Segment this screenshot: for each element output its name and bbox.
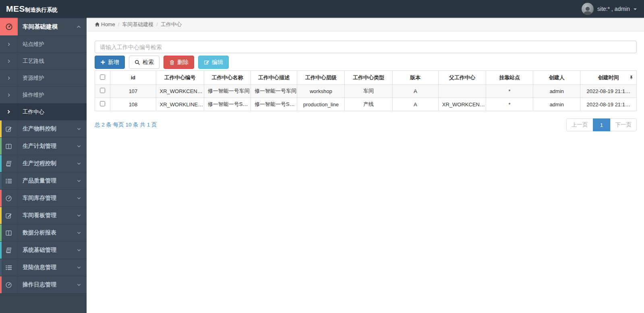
cell-parent [438,85,486,98]
sidebar-item-label: 产品质量管理 [23,177,56,184]
prev-page-button[interactable]: 上一页 [566,118,593,131]
sidebar-item-label: 生产过程控制 [23,160,56,167]
column-header-created[interactable]: 创建时间 [580,71,637,85]
list-icon [0,172,18,189]
row-select-cell [95,98,110,111]
sidebar-item-work-center[interactable]: 工作中心 [0,104,87,120]
accent-strip [0,224,2,241]
cell-desc: 修一智能一号S… [251,98,297,111]
sidebar-item-workshop-modeling[interactable]: 车间基础建模 [0,18,87,36]
edit-icon [204,60,209,65]
sidebar-item-label: 生产物料控制 [23,125,56,133]
breadcrumb-level1[interactable]: 车间基础建模 [122,21,153,28]
book-icon [0,242,18,259]
column-header-parent[interactable]: 父工作中心 [438,71,486,85]
accent-strip [0,138,2,155]
breadcrumb: Home / 车间基础建模 / 工作中心 [87,18,644,31]
logo-sub: 制造执行系统 [25,6,58,14]
column-header-version[interactable]: 版本 [392,71,438,85]
cell-station: * [486,85,533,98]
chevron-right-icon [0,53,18,69]
chevron-right-icon [0,70,18,86]
sidebar: 车间基础建模 站点维护 工艺路线 资源维护 操作维护 工作中心 [0,18,87,313]
sidebar-item-quality-management[interactable]: 产品质量管理 [0,172,87,190]
sidebar-item-analytics-reports[interactable]: 数据分析报表 [0,224,87,242]
content-area: 新增 检索 删除 编辑 [87,31,644,131]
sidebar-item-label: 系统基础管理 [23,247,56,254]
chevron-down-icon [77,126,81,131]
pagination: 上一页 1 下一页 [566,118,637,131]
sidebar-item-station-maintenance[interactable]: 站点维护 [0,36,87,53]
breadcrumb-home-link[interactable]: Home [95,21,115,27]
pin-icon[interactable] [629,75,634,81]
column-header-code[interactable]: 工作中心编号 [156,71,204,85]
sidebar-item-system-management[interactable]: 系统基础管理 [0,242,87,259]
cell-creator: admin [533,85,580,98]
edit-button[interactable]: 编辑 [198,56,229,69]
table-header-row: id 工作中心编号 工作中心名称 工作中心描述 工作中心层级 工作中心类型 版本… [95,71,637,85]
chevron-down-icon [77,161,81,166]
cell-desc: 修一智能一号车间 [251,85,297,98]
sidebar-item-inventory-management[interactable]: 车间库存管理 [0,190,87,207]
add-button[interactable]: 新增 [95,56,125,69]
column-header-type[interactable]: 工作中心类型 [345,71,392,85]
select-all-checkbox[interactable] [100,75,105,80]
cell-id: 108 [110,98,156,111]
select-all-cell [95,71,110,85]
sidebar-item-process-control[interactable]: 生产过程控制 [0,155,87,172]
trash-icon [169,60,175,65]
chevron-down-icon [77,144,81,149]
sidebar-item-label: 工艺路线 [23,58,44,65]
sidebar-item-board-management[interactable]: 车间看板管理 [0,207,87,224]
cell-creator: admin [533,98,580,111]
page-1-button[interactable]: 1 [593,118,611,131]
chevron-down-icon [77,265,81,270]
sidebar-item-operation-log-management[interactable]: 操作日志管理 [0,276,87,294]
column-header-desc[interactable]: 工作中心描述 [251,71,297,85]
sidebar-item-label: 操作日志管理 [23,281,56,288]
chevron-right-icon [0,36,18,52]
chevron-down-icon [77,248,81,253]
user-menu[interactable]: site:* , admin [582,3,637,15]
sidebar-item-label: 工作中心 [23,108,44,116]
tachometer-icon [0,276,18,293]
sidebar-item-label: 登陆信息管理 [23,264,56,271]
delete-button[interactable]: 删除 [164,56,194,69]
sidebar-item-operation-maintenance[interactable]: 操作维护 [0,87,87,104]
sidebar-item-plan-management[interactable]: 生产计划管理 [0,138,87,155]
top-navbar: MES 制造执行系统 site:* , admin [0,0,644,18]
sidebar-item-material-control[interactable]: 生产物料控制 [0,120,87,138]
sidebar-item-login-info-management[interactable]: 登陆信息管理 [0,259,87,276]
row-select-checkbox[interactable] [100,88,105,93]
list-icon [0,259,18,276]
sidebar-item-label: 资源维护 [23,75,44,82]
sidebar-item-resource-maintenance[interactable]: 资源维护 [0,70,87,87]
chevron-down-icon [77,196,81,201]
cell-station: * [486,98,533,111]
table-footer: 总 2 条 每页 10 条 共 1 页 上一页 1 下一页 [95,118,637,131]
work-center-search-input[interactable] [95,41,637,53]
search-button[interactable]: 检索 [129,56,159,69]
accent-strip [0,190,2,207]
column-header-creator[interactable]: 创建人 [533,71,580,85]
table-row[interactable]: 107 XR_WORKCEN… 修一智能一号车间 修一智能一号车间 worksh… [95,85,637,98]
cell-created: 2022-08-19 21:1… [580,98,637,111]
pagination-summary: 总 2 条 每页 10 条 共 1 页 [95,121,157,129]
column-header-station[interactable]: 挂靠站点 [486,71,533,85]
chevron-down-icon [77,282,81,287]
cell-id: 107 [110,85,156,98]
next-page-button[interactable]: 下一页 [610,118,637,131]
column-header-name[interactable]: 工作中心名称 [204,71,251,85]
cell-type: 产线 [345,98,392,111]
tachometer-icon [0,190,18,207]
cell-level: production_line [297,98,345,111]
table-row[interactable]: 108 XR_WORKLINE… 修一智能一号S… 修一智能一号S… produ… [95,98,637,111]
column-header-id[interactable]: id [110,71,156,85]
row-select-checkbox[interactable] [100,101,105,106]
column-header-level[interactable]: 工作中心层级 [297,71,345,85]
sidebar-item-process-route[interactable]: 工艺路线 [0,53,87,70]
sidebar-menu: 车间基础建模 站点维护 工艺路线 资源维护 操作维护 工作中心 [0,18,87,294]
breadcrumb-separator: / [118,21,120,27]
work-center-table: id 工作中心编号 工作中心名称 工作中心描述 工作中心层级 工作中心类型 版本… [95,70,637,111]
delete-button-label: 删除 [177,59,188,66]
